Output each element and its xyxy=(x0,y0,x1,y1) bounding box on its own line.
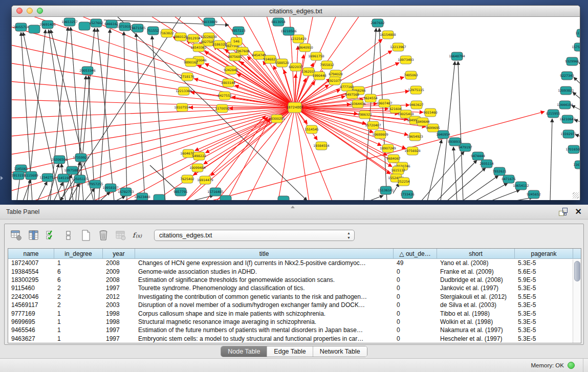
table-row[interactable]: 1938455462009Genome-wide association stu… xyxy=(8,267,581,275)
new-table-icon[interactable] xyxy=(78,228,94,243)
graph-node[interactable]: 9684067 xyxy=(386,155,401,163)
graph-node[interactable]: 1615132 xyxy=(391,166,405,174)
graph-node[interactable]: 15136141 xyxy=(378,186,394,194)
close-window-icon[interactable] xyxy=(16,8,23,14)
graph-node[interactable]: 20691406 xyxy=(39,20,56,29)
graph-edge[interactable] xyxy=(195,107,295,150)
column-header-pagerank[interactable]: pagerank xyxy=(515,249,573,258)
graph-edge[interactable] xyxy=(475,183,508,200)
graph-node[interactable] xyxy=(29,25,40,33)
graph-node[interactable]: 10958107 xyxy=(102,184,119,192)
graph-edge[interactable] xyxy=(12,107,295,200)
graph-node[interactable]: 7932621 xyxy=(492,167,507,176)
graph-node[interactable]: 751552 xyxy=(147,27,159,35)
graph-node[interactable]: 12213369 xyxy=(176,87,192,95)
graph-node[interactable]: 18640910 xyxy=(297,43,313,52)
graph-node[interactable]: 19384554 xyxy=(313,142,330,150)
graph-node[interactable]: 2087682 xyxy=(371,19,385,27)
graph-node[interactable]: 16914479 xyxy=(197,176,213,184)
import-table-icon[interactable] xyxy=(113,228,128,243)
graph-node[interactable]: 3913159 xyxy=(12,171,26,180)
graph-edge[interactable] xyxy=(421,151,464,200)
graph-node[interactable]: 17359928 xyxy=(73,154,89,162)
graph-edge[interactable] xyxy=(69,183,79,200)
graph-edge[interactable] xyxy=(370,195,383,200)
graph-node[interactable]: 9857791 xyxy=(173,188,188,196)
graph-node[interactable]: 546 xyxy=(231,37,242,46)
graph-edge[interactable] xyxy=(462,176,498,200)
graph-edge[interactable] xyxy=(573,92,580,112)
graph-node[interactable]: 7625402 xyxy=(180,175,194,183)
graph-node[interactable]: 8938931 xyxy=(448,138,462,146)
graph-node[interactable]: 12325419 xyxy=(290,35,307,43)
graph-node[interactable]: 20206506 xyxy=(51,156,68,164)
graph-node[interactable] xyxy=(79,22,90,30)
graph-node[interactable]: 12923448 xyxy=(134,193,150,200)
memory-status-dot[interactable] xyxy=(568,362,575,369)
graph-node[interactable]: 9890162 xyxy=(184,58,198,67)
graph-node[interactable]: 10099484 xyxy=(189,164,206,172)
graph-node[interactable]: 10973493 xyxy=(398,56,414,64)
graph-edge[interactable] xyxy=(572,105,580,117)
graph-node[interactable]: 8215955 xyxy=(546,110,560,118)
column-header-short[interactable]: short xyxy=(437,249,515,258)
graph-node[interactable]: 16210643 xyxy=(559,115,576,123)
graph-node[interactable]: 1514545 xyxy=(304,125,319,134)
graph-edge[interactable] xyxy=(12,107,295,140)
graph-node[interactable]: 9875685 xyxy=(228,53,242,61)
graph-node[interactable]: 18724007 xyxy=(286,102,303,113)
combobox-stepper-icon[interactable]: ▲▼ xyxy=(347,231,351,240)
graph-node[interactable]: 7857223 xyxy=(231,27,246,35)
graph-node[interactable]: 9242848 xyxy=(224,66,238,74)
graph-edge[interactable] xyxy=(447,168,486,200)
network-window-titlebar[interactable]: citations_edges.txt xyxy=(12,6,580,17)
tab-edge-table[interactable]: Edge Table xyxy=(267,346,313,357)
graph-node[interactable]: 15751074 xyxy=(572,43,580,51)
graph-node[interactable]: 16648794 xyxy=(449,52,465,60)
graph-node[interactable]: 12975115 xyxy=(408,86,424,94)
graph-edge[interactable] xyxy=(78,28,95,200)
graph-node[interactable]: 1170056 xyxy=(215,104,229,113)
graph-node[interactable]: 18107554 xyxy=(174,103,190,112)
graph-node[interactable]: 9245652 xyxy=(527,190,541,199)
graph-edge[interactable] xyxy=(23,180,31,200)
graph-edge[interactable] xyxy=(427,140,442,200)
graph-node[interactable]: 15592971 xyxy=(560,130,577,138)
graph-node[interactable]: 8860128 xyxy=(173,33,188,41)
graph-node[interactable]: 7955812 xyxy=(320,61,334,69)
tab-node-table[interactable]: Node Table xyxy=(221,346,267,357)
graph-node[interactable]: 16671585 xyxy=(129,24,146,32)
graph-node[interactable]: 24055714 xyxy=(13,23,29,31)
graph-node[interactable]: 10654112 xyxy=(513,182,529,190)
graph-edge[interactable] xyxy=(115,196,125,200)
graph-node[interactable]: 12505115 xyxy=(72,175,88,183)
graph-node[interactable]: 1167533 xyxy=(573,161,580,169)
graph-node[interactable]: 10653257 xyxy=(61,18,78,26)
graph-node[interactable]: 1733426 xyxy=(400,190,415,199)
graph-node[interactable]: 12444194 xyxy=(557,101,573,109)
graph-node[interactable]: 15716485 xyxy=(207,188,224,196)
window-resize-grip[interactable] xyxy=(573,192,579,199)
graph-node[interactable]: 9463627 xyxy=(409,101,424,109)
tab-network-table[interactable]: Network Table xyxy=(313,346,367,357)
table-row[interactable]: 977716911998Corpus callosum shape and si… xyxy=(8,309,581,317)
table-row[interactable]: 1872400712008Changes of HCN gene express… xyxy=(8,259,581,267)
graph-node[interactable]: 1921077 xyxy=(328,77,342,85)
graph-node[interactable]: 20364436 xyxy=(350,100,366,108)
graph-node[interactable]: 9015460 xyxy=(423,108,438,117)
graph-node[interactable]: 252254 xyxy=(398,178,410,186)
graph-node[interactable]: 16154808 xyxy=(380,31,396,39)
graph-edge[interactable] xyxy=(152,36,165,200)
network-window[interactable]: citations_edges.txt 71638228860128891293… xyxy=(11,5,580,200)
graph-node[interactable]: 16961758 xyxy=(308,52,324,60)
minimize-window-icon[interactable] xyxy=(27,8,33,14)
graph-node[interactable]: 1115689 xyxy=(24,171,38,180)
graph-node[interactable]: 17016504 xyxy=(565,145,580,154)
column-header-name[interactable]: name xyxy=(8,249,54,258)
graph-node[interactable]: 15720407 xyxy=(365,121,381,129)
scrollbar-thumb[interactable] xyxy=(574,261,580,281)
graph-edge[interactable] xyxy=(458,61,463,200)
panel-expand-icon[interactable] xyxy=(1,176,3,180)
graph-edge[interactable] xyxy=(136,33,145,200)
graph-node[interactable]: 1112034 xyxy=(575,29,580,37)
